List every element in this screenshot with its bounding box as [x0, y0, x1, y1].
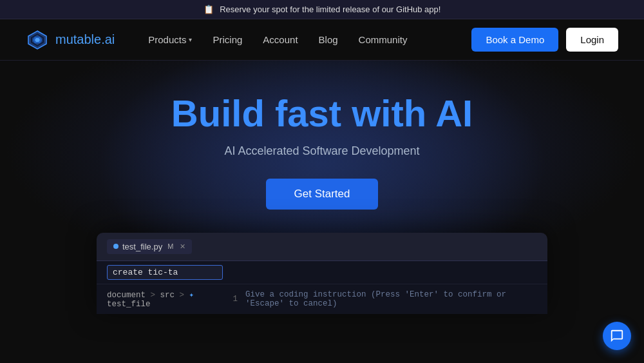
chat-button[interactable] — [603, 322, 631, 350]
breadcrumb-icon: ✦ — [189, 291, 194, 300]
navbar: mutable.ai Products ▾ Pricing Account Bl… — [0, 19, 644, 61]
logo-text: mutable.ai — [55, 32, 115, 47]
tab-filename: test_file.py — [122, 242, 162, 251]
chevron-down-icon: ▾ — [189, 36, 192, 43]
hero-section: Build fast with AI AI Accelerated Softwa… — [0, 61, 644, 361]
editor-command-line — [97, 261, 547, 284]
editor-hint-text: Give a coding instruction (Press 'Enter'… — [245, 290, 537, 308]
tab-close-icon[interactable]: ✕ — [180, 242, 185, 251]
main-nav: Products ▾ Pricing Account Blog Communit… — [140, 29, 471, 50]
chat-icon — [610, 329, 624, 343]
nav-blog[interactable]: Blog — [311, 29, 346, 50]
login-button[interactable]: Login — [566, 28, 618, 52]
tab-badge: M — [167, 242, 173, 250]
book-demo-button[interactable]: Book a Demo — [471, 28, 558, 52]
nav-actions: Book a Demo Login — [471, 28, 618, 52]
get-started-button[interactable]: Get Started — [266, 179, 379, 210]
nav-community[interactable]: Community — [351, 29, 415, 50]
nav-pricing[interactable]: Pricing — [205, 29, 250, 50]
hero-title: Build fast with AI — [171, 93, 473, 134]
breadcrumb: document > src > ✦ test_file — [107, 289, 218, 309]
announcement-icon: 📋 — [204, 5, 214, 14]
hero-subtitle: AI Accelerated Software Development — [224, 144, 419, 158]
tab-dot-icon — [113, 244, 118, 249]
editor-hint: document > src > ✦ test_file 1 Give a co… — [97, 284, 547, 314]
line-number: 1 — [233, 295, 238, 304]
logo-icon — [26, 28, 49, 52]
nav-account[interactable]: Account — [255, 29, 305, 50]
command-input[interactable] — [107, 265, 223, 280]
logo[interactable]: mutable.ai — [26, 28, 115, 52]
editor-preview: test_file.py M ✕ document > src > ✦ test… — [97, 233, 547, 314]
announcement-text: Reserve your spot for the limited releas… — [220, 5, 440, 14]
nav-products[interactable]: Products ▾ — [140, 29, 200, 50]
announcement-bar: 📋 Reserve your spot for the limited rele… — [0, 0, 644, 19]
editor-header: test_file.py M ✕ — [97, 233, 547, 261]
editor-tab[interactable]: test_file.py M ✕ — [107, 239, 192, 254]
